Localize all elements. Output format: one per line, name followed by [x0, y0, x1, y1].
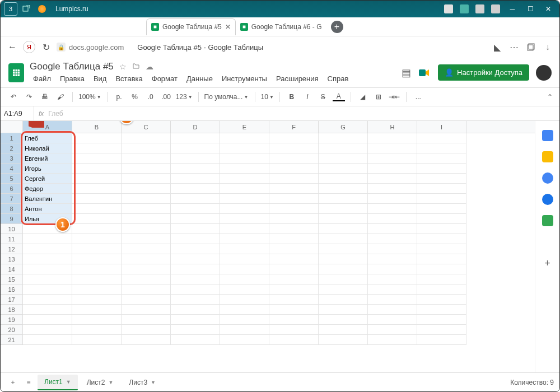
cell[interactable] — [72, 295, 122, 305]
cell[interactable] — [368, 325, 417, 335]
cell[interactable] — [368, 284, 417, 295]
cell[interactable] — [220, 284, 269, 295]
cell[interactable] — [368, 274, 417, 284]
cell[interactable] — [220, 335, 269, 345]
cell[interactable] — [368, 153, 417, 164]
cell[interactable] — [368, 133, 417, 143]
cell[interactable] — [417, 284, 466, 295]
cell[interactable] — [319, 254, 368, 264]
yandex-icon[interactable]: Я — [23, 41, 35, 53]
cell[interactable] — [269, 295, 319, 305]
cell[interactable] — [122, 254, 171, 264]
cell[interactable] — [171, 244, 220, 254]
cell[interactable] — [122, 143, 171, 153]
cell[interactable] — [319, 164, 368, 174]
cell[interactable] — [72, 153, 122, 164]
menu-data[interactable]: Данные — [183, 73, 216, 84]
chevron-down-icon[interactable]: ▼ — [66, 379, 71, 385]
cell[interactable] — [23, 244, 72, 254]
cell[interactable]: Федор — [23, 184, 72, 194]
row-header[interactable]: 7 — [1, 194, 23, 204]
font-dropdown[interactable]: По умолча...▼ — [204, 93, 249, 101]
user-avatar[interactable] — [536, 65, 552, 81]
cell[interactable] — [72, 325, 122, 335]
cell[interactable] — [417, 143, 466, 153]
menu-edit[interactable]: Правка — [57, 73, 88, 84]
percent-button[interactable]: % — [129, 93, 141, 101]
cell[interactable] — [72, 143, 122, 153]
all-sheets-button[interactable]: ≡ — [22, 379, 35, 386]
cell[interactable] — [368, 295, 417, 305]
nav-reload[interactable]: ↻ — [40, 41, 52, 53]
cell[interactable] — [269, 214, 319, 224]
cell[interactable] — [417, 204, 466, 214]
cell[interactable] — [368, 224, 417, 234]
cell[interactable] — [319, 284, 368, 295]
ext-icon-2[interactable] — [460, 4, 469, 13]
url-host[interactable]: docs.google.com — [69, 43, 124, 52]
col-header-D[interactable]: D — [171, 121, 220, 133]
cell[interactable] — [269, 254, 319, 264]
row-header[interactable]: 19 — [1, 315, 23, 325]
row-header[interactable]: 10 — [1, 224, 23, 234]
row-header[interactable]: 18 — [1, 305, 23, 315]
cell[interactable] — [220, 244, 269, 254]
cell[interactable]: Евгений — [23, 153, 72, 164]
cell[interactable] — [122, 295, 171, 305]
cell[interactable] — [417, 325, 466, 335]
cell[interactable] — [368, 315, 417, 325]
maps-icon[interactable] — [542, 215, 553, 226]
cell[interactable] — [269, 224, 319, 234]
cell[interactable] — [122, 224, 171, 234]
format-123[interactable]: 123▼ — [176, 93, 193, 101]
cell[interactable] — [171, 153, 220, 164]
cell[interactable] — [269, 335, 319, 345]
window-maximize[interactable]: ☐ — [521, 5, 539, 13]
cell[interactable] — [171, 194, 220, 204]
dec-decrease[interactable]: .0 — [144, 93, 157, 101]
cell[interactable] — [72, 274, 122, 284]
cell[interactable] — [171, 315, 220, 325]
cell[interactable] — [319, 244, 368, 254]
cell[interactable] — [269, 244, 319, 254]
row-header[interactable]: 9 — [1, 214, 23, 224]
cell[interactable] — [417, 133, 466, 143]
cell[interactable] — [269, 204, 319, 214]
cell[interactable] — [368, 174, 417, 184]
cell[interactable] — [417, 264, 466, 274]
sheet-tab-1[interactable]: Лист1▼ — [38, 375, 78, 390]
cell[interactable] — [220, 204, 269, 214]
cell[interactable] — [319, 194, 368, 204]
cell[interactable] — [319, 325, 368, 335]
menu-file[interactable]: Файл — [30, 73, 54, 84]
row-header[interactable]: 20 — [1, 325, 23, 335]
cell[interactable] — [269, 184, 319, 194]
font-size[interactable]: 10▼ — [261, 93, 274, 101]
browser-tab-lumpics[interactable]: Lumpics.ru — [55, 5, 88, 13]
cell[interactable] — [220, 174, 269, 184]
browser-tab-active[interactable]: Google Таблица #5 ✕ — [146, 18, 236, 35]
spreadsheet-grid[interactable]: ABCDEFGHI 1Глеб2Николай3Евгений4Игорь5Се… — [1, 121, 535, 372]
cell[interactable] — [269, 133, 319, 143]
cell[interactable] — [368, 143, 417, 153]
cell[interactable] — [220, 164, 269, 174]
cell[interactable] — [269, 325, 319, 335]
cell[interactable] — [269, 315, 319, 325]
cell[interactable] — [72, 184, 122, 194]
browser-tab-2[interactable]: Google Таблица #6 - G — [236, 18, 326, 35]
cell[interactable] — [72, 315, 122, 325]
cell[interactable] — [319, 184, 368, 194]
cell[interactable] — [368, 214, 417, 224]
cell[interactable] — [23, 254, 72, 264]
cell[interactable] — [417, 194, 466, 204]
italic-button[interactable]: I — [301, 93, 314, 101]
cell[interactable] — [122, 174, 171, 184]
cell[interactable] — [319, 143, 368, 153]
cell[interactable] — [368, 335, 417, 345]
keep-icon[interactable] — [542, 151, 553, 162]
cell[interactable] — [319, 335, 368, 345]
cell[interactable] — [72, 264, 122, 274]
nav-back[interactable]: ← — [6, 41, 18, 53]
cell[interactable] — [220, 143, 269, 153]
cell[interactable] — [23, 234, 72, 244]
